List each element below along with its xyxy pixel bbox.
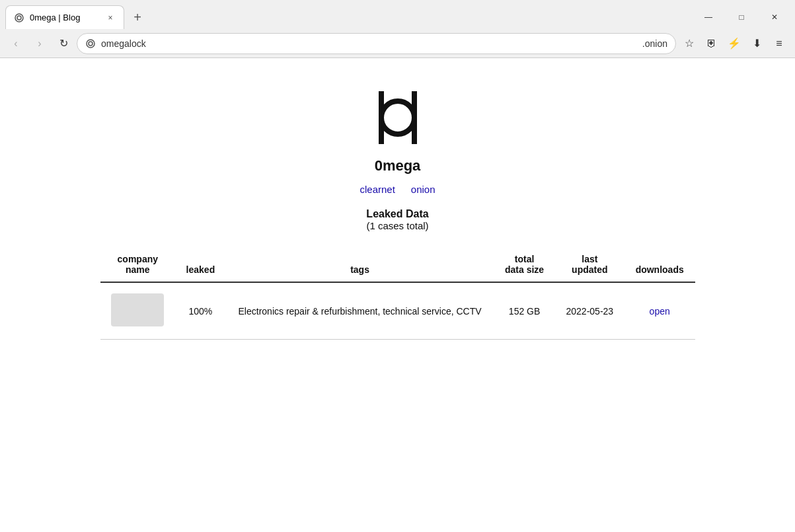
bookmark-icon[interactable]: ☆ <box>679 33 700 54</box>
svg-point-0 <box>15 14 23 22</box>
table-header: company name leaked tags total data size… <box>100 247 695 282</box>
address-onion: .onion <box>642 38 667 49</box>
svg-point-2 <box>87 40 95 48</box>
table-body: 100% Electronics repair & refurbishment,… <box>100 282 695 340</box>
title-bar: 0mega | Blog × + — □ ✕ <box>0 0 795 29</box>
tab-favicon-icon <box>14 13 24 23</box>
col-downloads: downloads <box>625 247 695 282</box>
page-content: 0mega clearnet onion Leaked Data (1 case… <box>0 58 795 532</box>
col-tags: tags <box>226 247 494 282</box>
minimize-button[interactable]: — <box>693 5 724 29</box>
active-tab[interactable]: 0mega | Blog × <box>5 5 124 29</box>
table-row: 100% Electronics repair & refurbishment,… <box>100 282 695 340</box>
data-table: company name leaked tags total data size… <box>100 247 695 340</box>
data-size-cell: 152 GB <box>494 282 554 340</box>
tab-title: 0mega | Blog <box>30 13 80 22</box>
svg-point-3 <box>89 42 93 46</box>
company-logo <box>111 293 164 326</box>
nav-icons: ☆ ⛨ ⚡ ⬇ ≡ <box>679 33 790 54</box>
tab-bar: 0mega | Blog × + <box>5 5 148 29</box>
extensions-icon[interactable]: ⚡ <box>724 33 745 54</box>
clearnet-link[interactable]: clearnet <box>360 184 395 195</box>
browser-chrome: 0mega | Blog × + — □ ✕ ‹ › ↻ omegalock .… <box>0 0 795 58</box>
address-main: omegalock <box>101 38 146 49</box>
svg-point-6 <box>381 101 414 134</box>
col-last-updated: last updated <box>555 247 625 282</box>
address-text: omegalock .onion <box>101 38 667 49</box>
maximize-button[interactable]: □ <box>726 5 757 29</box>
close-window-button[interactable]: ✕ <box>759 5 790 29</box>
leaked-data-title: Leaked Data <box>366 208 428 220</box>
downloads-cell: open <box>625 282 695 340</box>
svg-point-1 <box>17 16 21 20</box>
tor-icon <box>85 38 96 49</box>
site-logo <box>368 85 428 151</box>
menu-icon[interactable]: ≡ <box>769 33 790 54</box>
company-logo-cell <box>100 282 176 340</box>
back-button[interactable]: ‹ <box>5 33 26 54</box>
shield-icon[interactable]: ⛨ <box>701 33 722 54</box>
new-tab-button[interactable]: + <box>127 7 148 28</box>
open-link[interactable]: open <box>650 306 670 317</box>
site-links: clearnet onion <box>360 184 435 195</box>
col-leaked: leaked <box>175 247 226 282</box>
site-name: 0mega <box>375 157 421 174</box>
forward-button[interactable]: › <box>29 33 50 54</box>
reload-button[interactable]: ↻ <box>53 33 74 54</box>
last-updated-cell: 2022-05-23 <box>555 282 625 340</box>
address-bar[interactable]: omegalock .onion <box>77 33 676 54</box>
tab-close-button[interactable]: × <box>105 13 116 23</box>
col-company-name: company name <box>100 247 176 282</box>
window-controls: — □ ✕ <box>693 5 790 29</box>
tags-cell: Electronics repair & refurbishment, tech… <box>226 282 494 340</box>
col-total-data-size: total data size <box>494 247 554 282</box>
leaked-data-subtitle: (1 cases total) <box>366 220 428 231</box>
leaked-cell: 100% <box>175 282 226 340</box>
nav-bar: ‹ › ↻ omegalock .onion ☆ ⛨ ⚡ ⬇ ≡ <box>0 29 795 58</box>
onion-link[interactable]: onion <box>411 184 435 195</box>
download-icon[interactable]: ⬇ <box>746 33 767 54</box>
